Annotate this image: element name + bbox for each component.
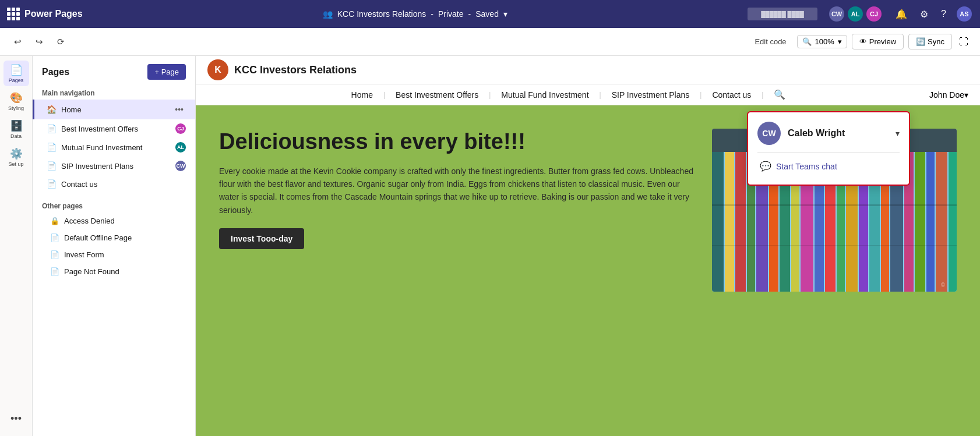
project-separator2: - [468, 9, 471, 19]
nav-link-home[interactable]: Home [341, 86, 383, 104]
pages-icon: 📄 [10, 63, 23, 76]
other-pages-section-title: Other pages [33, 198, 195, 212]
zoom-level: 100% [815, 37, 834, 46]
page-icon-offline: 📄 [50, 233, 59, 242]
sidebar-item-mutual-fund[interactable]: 📄 Mutual Fund Investment AL [33, 138, 195, 157]
rail-item-pages[interactable]: 📄 Pages [3, 61, 29, 86]
sidebar-item-offline[interactable]: 📄 Default Offline Page [33, 229, 195, 246]
sidebar-item-home[interactable]: 🏠 Home ••• [33, 100, 195, 119]
site-name: KCC Investors Relations [234, 64, 357, 76]
rail-more-button[interactable]: ••• [3, 406, 29, 431]
avatar-cw-small: CW [175, 161, 186, 171]
nav-link-mutual-fund[interactable]: Mutual Fund Investment [491, 86, 599, 104]
rail-item-setup[interactable]: ⚙️ Set up [3, 144, 29, 170]
avatar-cj[interactable]: CJ [865, 5, 883, 23]
app-logo[interactable]: Power Pages [7, 8, 83, 20]
sidebar-item-sip[interactable]: 📄 SIP Investment Plans CW [33, 157, 195, 175]
undo-button[interactable]: ↩ [9, 34, 26, 49]
sidebar-item-contact[interactable]: 📄 Contact us [33, 175, 195, 193]
zoom-chevron[interactable]: ▾ [838, 37, 842, 46]
site-logo: K KCC Investors Relations [207, 59, 357, 80]
avatar-cw[interactable]: CW [828, 5, 845, 23]
redo-button[interactable]: ↪ [31, 34, 48, 49]
website-nav-links-bar: Home | Best Investment Offers | Mutual F… [196, 84, 980, 105]
zoom-out-icon[interactable]: 🔍 [802, 37, 812, 46]
zoom-control[interactable]: 🔍 100% ▾ [797, 35, 847, 48]
content-area: K KCC Investors Relations Home | Best In… [196, 56, 980, 436]
top-bar-center: 👥 KCC Investors Relations - Private - Sa… [83, 9, 748, 19]
setup-icon: ⚙️ [10, 147, 23, 160]
settings-icon[interactable]: ⚙ [916, 6, 932, 22]
svg-text:©: © [941, 282, 946, 288]
svg-rect-28 [712, 245, 957, 246]
rail-item-styling[interactable]: 🎨 Styling [3, 88, 29, 114]
expand-button[interactable]: ⛶ [957, 34, 971, 49]
lock-icon: 🔒 [50, 217, 59, 225]
sidebar-header: Pages + Page [33, 56, 195, 86]
page-icon-2: 📄 [47, 143, 57, 152]
main-layout: 📄 Pages 🎨 Styling 🗄️ Data ⚙️ Set up ••• … [0, 56, 980, 436]
hero-cta-button[interactable]: Invest Tooo-day [219, 228, 304, 249]
collab-avatars: CW AL CJ [828, 5, 883, 23]
avatar-al[interactable]: AL [847, 5, 864, 23]
page-icon-form: 📄 [50, 250, 59, 259]
add-page-button[interactable]: + Page [147, 64, 186, 80]
popup-divider [757, 152, 900, 153]
page-icon-1: 📄 [47, 124, 57, 133]
popup-user-name: Caleb Wright [788, 128, 889, 139]
sub-header: ↩ ↪ ⟳ Edit code 🔍 100% ▾ 👁 Preview 🔄 Syn… [0, 28, 980, 56]
data-icon: 🗄️ [10, 119, 23, 132]
svg-rect-23 [915, 152, 925, 292]
sidebar-item-not-found[interactable]: 📄 Page Not Found [33, 263, 195, 280]
popup-chevron-icon[interactable]: ▾ [896, 129, 900, 138]
dropdown-chevron[interactable]: ▾ [503, 9, 507, 19]
top-bar: Power Pages 👥 KCC Investors Relations - … [0, 0, 980, 28]
sidebar-item-invest-form[interactable]: 📄 Invest Form [33, 246, 195, 263]
nav-link-contact[interactable]: Contact us [701, 86, 762, 104]
nav-links: Home | Best Investment Offers | Mutual F… [207, 84, 929, 105]
home-icon: 🏠 [47, 105, 57, 114]
popup-avatar: CW [757, 122, 781, 145]
website-top-nav: K KCC Investors Relations [196, 56, 980, 84]
popup-user-row: CW Caleb Wright ▾ [757, 122, 900, 145]
teams-icon: 💬 [760, 161, 771, 172]
svg-rect-26 [949, 152, 957, 292]
top-bar-right: ██████ ████ CW AL CJ 🔔 ⚙ ? AS [748, 5, 973, 23]
hero-text: Every cookie made at the Kevin Cookie co… [219, 165, 695, 217]
nav-link-best-investment[interactable]: Best Investment Offers [385, 86, 489, 104]
nav-search-button[interactable]: 🔍 [763, 84, 796, 105]
waffle-icon[interactable] [7, 8, 20, 20]
sidebar-item-best-investment[interactable]: 📄 Best Investment Offers CJ [33, 119, 195, 138]
project-saved: Saved [475, 9, 499, 19]
page-icon-404: 📄 [50, 267, 59, 276]
avatar-al-small: AL [175, 142, 186, 153]
notification-icon[interactable]: 🔔 [892, 6, 911, 22]
user-avatar[interactable]: AS [956, 5, 973, 23]
svg-rect-25 [936, 152, 947, 292]
styling-icon: 🎨 [10, 91, 23, 104]
app-name: Power Pages [24, 9, 83, 19]
preview-button[interactable]: 👁 Preview [852, 34, 904, 49]
home-more-button[interactable]: ••• [172, 104, 186, 115]
sidebar-title: Pages [42, 67, 69, 77]
edit-code-button[interactable]: Edit code [749, 35, 792, 48]
svg-rect-27 [712, 204, 957, 206]
sidebar: Pages + Page Main navigation 🏠 Home ••• … [33, 56, 196, 436]
logo-circle: K [207, 59, 228, 80]
start-teams-chat-button[interactable]: 💬 Start Teams chat [757, 157, 840, 175]
page-icon-3: 📄 [47, 161, 57, 171]
sync-button[interactable]: 🔄 Sync [908, 34, 952, 49]
sidebar-item-access-denied[interactable]: 🔒 Access Denied [33, 212, 195, 229]
svg-rect-24 [926, 152, 935, 292]
main-nav-section-title: Main navigation [33, 86, 195, 100]
user-menu[interactable]: John Doe▾ [929, 90, 968, 100]
project-separator: - [431, 9, 433, 19]
preview-icon: 👁 [859, 37, 867, 46]
sync-icon: 🔄 [916, 37, 925, 46]
rail-item-data[interactable]: 🗄️ Data [3, 116, 29, 142]
hero-title: Deliciousness in every bite!!! [219, 129, 695, 155]
svg-rect-7 [735, 152, 746, 292]
nav-link-sip[interactable]: SIP Investment Plans [601, 86, 700, 104]
copilot-button[interactable]: ⟳ [52, 34, 69, 49]
help-icon[interactable]: ? [937, 6, 950, 22]
